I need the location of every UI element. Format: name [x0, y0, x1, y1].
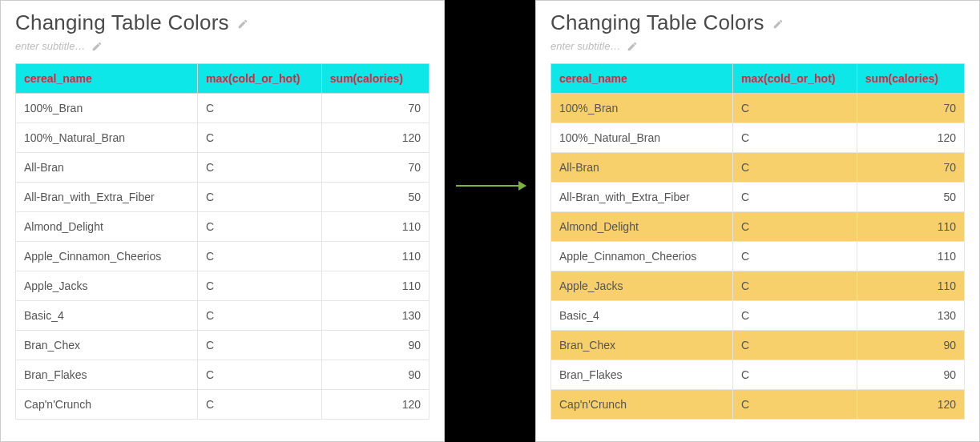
cell-sum: 90 — [857, 331, 964, 360]
table-row[interactable]: Almond_DelightC110 — [16, 212, 430, 242]
cell-sum: 70 — [857, 153, 964, 183]
table-row[interactable]: 100%_BranC70 — [16, 94, 430, 123]
col-header-sum[interactable]: sum(calories) — [321, 64, 429, 94]
table-row[interactable]: Almond_DelightC110 — [551, 212, 965, 242]
cell-name: 100%_Bran — [551, 94, 733, 123]
cell-hot: C — [733, 360, 857, 390]
table-row[interactable]: 100%_BranC70 — [551, 94, 965, 123]
cell-name: 100%_Natural_Bran — [16, 123, 198, 153]
table-row[interactable]: Basic_4C130 — [16, 301, 430, 331]
table-row[interactable]: All-Bran_with_Extra_FiberC50 — [16, 183, 430, 212]
panel-before: Changing Table Colors enter subtitle… ce… — [0, 0, 445, 442]
cell-sum: 110 — [857, 242, 964, 271]
cell-name: 100%_Bran — [16, 94, 198, 123]
cell-sum: 110 — [857, 271, 964, 301]
pencil-icon[interactable] — [772, 18, 784, 30]
cell-sum: 90 — [321, 360, 429, 390]
page-title[interactable]: Changing Table Colors — [15, 10, 229, 35]
table-row[interactable]: 100%_Natural_BranC120 — [16, 123, 430, 153]
title-row: Changing Table Colors — [550, 10, 965, 35]
cell-sum: 110 — [321, 271, 429, 301]
pencil-icon[interactable] — [91, 41, 103, 52]
cell-hot: C — [198, 153, 322, 183]
cell-sum: 70 — [321, 94, 429, 123]
cell-name: All-Bran_with_Extra_Fiber — [551, 183, 733, 212]
table-row[interactable]: 100%_Natural_BranC120 — [551, 123, 965, 153]
table-row[interactable]: Apple_Cinnamon_CheeriosC110 — [16, 242, 430, 271]
cell-hot: C — [733, 123, 857, 153]
table-row[interactable]: Cap'n'CrunchC120 — [16, 390, 430, 420]
cell-name: Apple_Cinnamon_Cheerios — [551, 242, 733, 271]
cell-hot: C — [198, 183, 322, 212]
svg-marker-1 — [518, 181, 526, 191]
title-row: Changing Table Colors — [15, 10, 430, 35]
subtitle-placeholder[interactable]: enter subtitle… — [550, 40, 620, 52]
cell-hot: C — [733, 301, 857, 331]
table-row[interactable]: All-BranC70 — [16, 153, 430, 183]
col-header-name[interactable]: cereal_name — [16, 64, 198, 94]
subtitle-placeholder[interactable]: enter subtitle… — [15, 40, 85, 52]
cell-name: 100%_Natural_Bran — [551, 123, 733, 153]
cell-name: All-Bran — [551, 153, 733, 183]
cell-hot: C — [733, 390, 857, 420]
pencil-icon[interactable] — [627, 41, 638, 52]
cell-hot: C — [733, 212, 857, 242]
cell-hot: C — [733, 153, 857, 183]
cell-sum: 130 — [321, 301, 429, 331]
cell-name: Cap'n'Crunch — [551, 390, 733, 420]
cell-sum: 50 — [321, 183, 429, 212]
cell-hot: C — [198, 390, 322, 420]
cell-hot: C — [733, 183, 857, 212]
page-title[interactable]: Changing Table Colors — [550, 10, 764, 35]
table-row[interactable]: All-BranC70 — [551, 153, 965, 183]
cell-sum: 120 — [857, 390, 964, 420]
cell-sum: 110 — [321, 242, 429, 271]
cell-name: Apple_Jacks — [16, 271, 198, 301]
data-table-before: cereal_name max(cold_or_hot) sum(calorie… — [15, 63, 430, 420]
cell-name: Cap'n'Crunch — [16, 390, 198, 420]
table-row[interactable]: Apple_JacksC110 — [551, 271, 965, 301]
cell-sum: 90 — [857, 360, 964, 390]
cell-name: All-Bran_with_Extra_Fiber — [16, 183, 198, 212]
cell-hot: C — [198, 331, 322, 360]
table-row[interactable]: Bran_ChexC90 — [551, 331, 965, 360]
cell-sum: 70 — [321, 153, 429, 183]
cell-name: Almond_Delight — [551, 212, 733, 242]
cell-sum: 110 — [857, 212, 964, 242]
col-header-sum[interactable]: sum(calories) — [857, 64, 964, 94]
cell-name: All-Bran — [16, 153, 198, 183]
col-header-name[interactable]: cereal_name — [551, 64, 733, 94]
panel-after: Changing Table Colors enter subtitle… ce… — [535, 0, 980, 442]
table-row[interactable]: Bran_FlakesC90 — [16, 360, 430, 390]
cell-hot: C — [733, 94, 857, 123]
table-row[interactable]: Apple_JacksC110 — [16, 271, 430, 301]
cell-hot: C — [733, 271, 857, 301]
table-row[interactable]: Apple_Cinnamon_CheeriosC110 — [551, 242, 965, 271]
cell-sum: 130 — [857, 301, 964, 331]
header-row: cereal_name max(cold_or_hot) sum(calorie… — [551, 64, 965, 94]
col-header-hot[interactable]: max(cold_or_hot) — [198, 64, 322, 94]
cell-sum: 120 — [321, 390, 429, 420]
cell-name: Bran_Flakes — [16, 360, 198, 390]
cell-hot: C — [198, 212, 322, 242]
pencil-icon[interactable] — [237, 18, 248, 30]
comparison-stage: Changing Table Colors enter subtitle… ce… — [0, 0, 980, 442]
subtitle-row: enter subtitle… — [550, 40, 965, 52]
cell-hot: C — [198, 94, 322, 123]
cell-name: Bran_Flakes — [551, 360, 733, 390]
cell-name: Bran_Chex — [16, 331, 198, 360]
cell-sum: 120 — [857, 123, 964, 153]
table-row[interactable]: Bran_ChexC90 — [16, 331, 430, 360]
table-row[interactable]: Bran_FlakesC90 — [551, 360, 965, 390]
cell-sum: 90 — [321, 331, 429, 360]
table-row[interactable]: Cap'n'CrunchC120 — [551, 390, 965, 420]
subtitle-row: enter subtitle… — [15, 40, 430, 52]
data-table-after: cereal_name max(cold_or_hot) sum(calorie… — [550, 63, 965, 420]
cell-hot: C — [198, 301, 322, 331]
arrow-right-icon — [456, 178, 526, 194]
cell-name: Basic_4 — [551, 301, 733, 331]
col-header-hot[interactable]: max(cold_or_hot) — [733, 64, 857, 94]
table-row[interactable]: Basic_4C130 — [551, 301, 965, 331]
table-row[interactable]: All-Bran_with_Extra_FiberC50 — [551, 183, 965, 212]
cell-name: Apple_Cinnamon_Cheerios — [16, 242, 198, 271]
